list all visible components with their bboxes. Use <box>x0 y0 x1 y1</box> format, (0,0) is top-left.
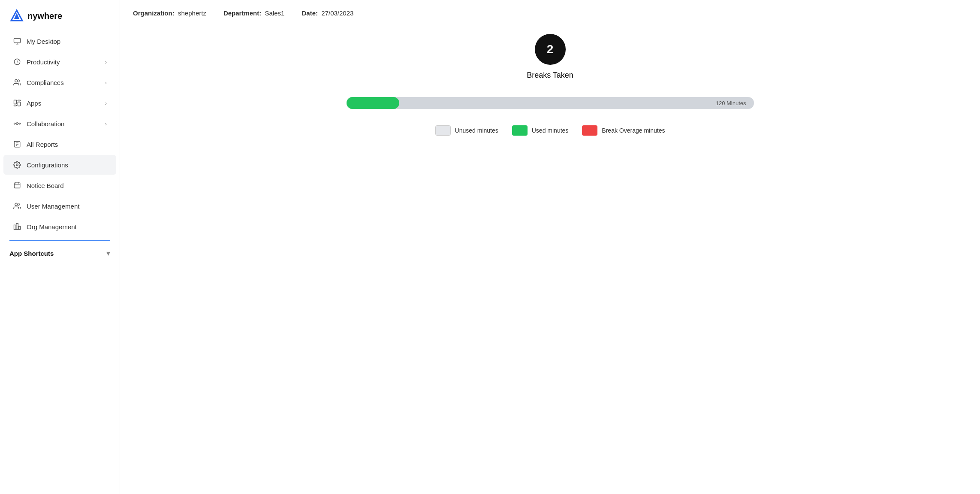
svg-rect-29 <box>16 224 18 230</box>
legend-box-unused <box>435 125 451 136</box>
svg-point-14 <box>14 123 15 124</box>
svg-rect-28 <box>14 225 16 230</box>
legend-item-used: Used minutes <box>512 125 569 136</box>
date-info: Date: 27/03/2023 <box>302 9 353 17</box>
progress-bar-fill <box>347 97 400 109</box>
breaks-label: Breaks Taken <box>527 71 573 80</box>
svg-rect-10 <box>18 102 21 106</box>
legend-item-unused: Unused minutes <box>435 125 498 136</box>
dept-value: Sales1 <box>265 9 285 17</box>
date-label: Date: <box>302 9 318 17</box>
desktop-icon <box>13 37 21 45</box>
dept-info: Department: Sales1 <box>223 9 285 17</box>
content-area: 2 Breaks Taken 120 Minutes Unused minute… <box>120 21 980 494</box>
productivity-icon <box>13 58 21 66</box>
dept-label: Department: <box>223 9 261 17</box>
sidebar-divider <box>9 240 110 241</box>
sidebar-item-apps[interactable]: Apps › <box>3 93 116 113</box>
header-info: Organization: shephertz Department: Sale… <box>120 0 980 21</box>
legend-label-used: Used minutes <box>532 127 569 134</box>
legend-box-overage <box>582 125 597 136</box>
svg-point-22 <box>16 164 18 166</box>
sidebar-label-productivity: Productivity <box>27 58 60 66</box>
logo-icon <box>9 9 24 23</box>
apps-icon <box>13 99 21 107</box>
breaks-badge: 2 <box>535 34 566 65</box>
sidebar-label-compliances: Compliances <box>27 79 64 86</box>
svg-point-13 <box>16 123 18 125</box>
sidebar-label-my-desktop: My Desktop <box>27 38 60 45</box>
sidebar-label-user-management: User Management <box>27 203 79 210</box>
sidebar-label-configurations: Configurations <box>27 161 68 169</box>
logo-text: nywhere <box>27 11 62 21</box>
svg-rect-12 <box>18 100 21 101</box>
sidebar-label-all-reports: All Reports <box>27 141 58 148</box>
svg-rect-23 <box>14 183 20 188</box>
sidebar-item-user-management[interactable]: User Management <box>3 196 116 216</box>
chevron-icon-productivity: › <box>105 59 107 65</box>
collaboration-icon <box>13 119 21 128</box>
main-content: Organization: shephertz Department: Sale… <box>120 0 980 494</box>
org-icon <box>13 222 21 231</box>
legend-label-overage: Break Overage minutes <box>602 127 665 134</box>
app-shortcuts-label: App Shortcuts <box>9 250 54 257</box>
date-value: 27/03/2023 <box>321 9 353 17</box>
org-value: shephertz <box>178 9 206 17</box>
sidebar-label-org-management: Org Management <box>27 223 77 230</box>
sidebar-item-productivity[interactable]: Productivity › <box>3 52 116 72</box>
compliances-icon <box>13 78 21 87</box>
chevron-icon-compliances: › <box>105 79 107 86</box>
svg-point-8 <box>15 79 18 82</box>
sidebar-item-all-reports[interactable]: All Reports <box>3 134 116 154</box>
progress-minutes-label: 120 Minutes <box>716 100 746 106</box>
sidebar-item-org-management[interactable]: Org Management <box>3 217 116 236</box>
logo[interactable]: nywhere <box>0 0 120 31</box>
svg-line-7 <box>17 62 18 63</box>
notice-icon <box>13 181 21 190</box>
reports-icon <box>13 140 21 149</box>
org-label: Organization: <box>133 9 175 17</box>
svg-point-27 <box>15 203 18 206</box>
sidebar-item-compliances[interactable]: Compliances › <box>3 73 116 92</box>
legend-label-unused: Unused minutes <box>455 127 498 134</box>
sidebar-item-collaboration[interactable]: Collaboration › <box>3 114 116 133</box>
gear-icon <box>13 161 21 169</box>
legend: Unused minutes Used minutes Break Overag… <box>435 125 665 136</box>
users-icon <box>13 202 21 210</box>
legend-box-used <box>512 125 528 136</box>
progress-container: 120 Minutes <box>347 97 754 109</box>
chevron-icon-collaboration: › <box>105 121 107 127</box>
org-info: Organization: shephertz <box>133 9 206 17</box>
chevron-down-icon: ▾ <box>106 249 110 258</box>
app-shortcuts-section[interactable]: App Shortcuts ▾ <box>0 244 120 262</box>
progress-bar-wrapper: 120 Minutes <box>347 97 754 109</box>
chevron-icon-apps: › <box>105 100 107 106</box>
sidebar-label-collaboration: Collaboration <box>27 120 64 127</box>
sidebar-item-my-desktop[interactable]: My Desktop <box>3 31 116 51</box>
svg-point-15 <box>19 123 21 124</box>
sidebar: nywhere My Desktop Productivity › Compli… <box>0 0 120 494</box>
sidebar-label-apps: Apps <box>27 100 41 107</box>
svg-rect-2 <box>14 38 21 43</box>
sidebar-label-notice-board: Notice Board <box>27 182 64 189</box>
legend-item-overage: Break Overage minutes <box>582 125 665 136</box>
sidebar-item-notice-board[interactable]: Notice Board <box>3 176 116 195</box>
svg-rect-11 <box>14 105 17 106</box>
svg-rect-9 <box>14 100 17 104</box>
svg-rect-30 <box>18 226 21 230</box>
sidebar-item-configurations[interactable]: Configurations <box>3 155 116 175</box>
